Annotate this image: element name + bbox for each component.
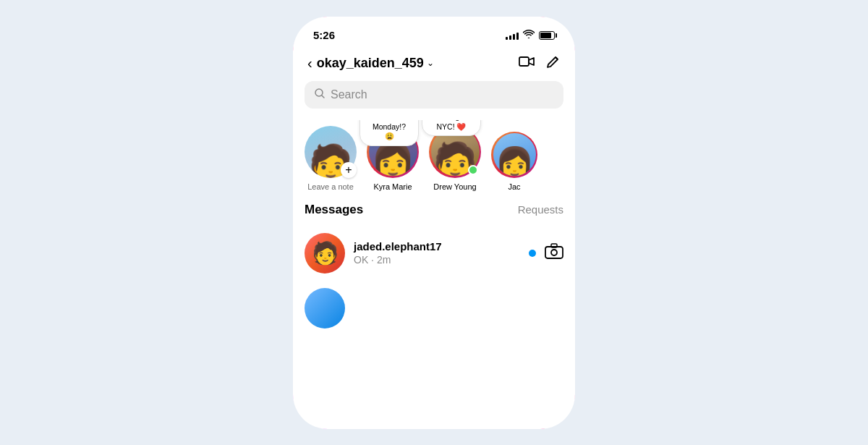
signal-bar-4 [516, 33, 519, 40]
message-info-1: jaded.elephant17 OK · 2m [354, 240, 520, 266]
signal-bar-3 [513, 34, 515, 40]
svg-rect-4 [551, 244, 557, 247]
camera-button[interactable] [545, 243, 563, 263]
header-right [519, 54, 561, 72]
signal-bar-2 [509, 35, 511, 40]
signal-icon [506, 31, 519, 40]
story-label-self: Leave a note [307, 182, 354, 191]
compose-icon[interactable] [546, 54, 561, 72]
story-label-drew: Drew Young [433, 182, 476, 191]
requests-button[interactable]: Requests [518, 203, 563, 216]
username-row[interactable]: okay_kaiden_459 ⌄ [317, 56, 434, 71]
story-label-kyra: Kyra Marie [373, 182, 412, 191]
signal-bar-1 [506, 37, 508, 40]
video-call-icon[interactable] [519, 55, 535, 72]
message-item-1[interactable]: 🧑 jaded.elephant17 OK · 2m [293, 226, 575, 281]
search-bar[interactable]: Search [305, 81, 563, 109]
messages-title: Messages [305, 203, 363, 217]
phone-frame: 5:26 [293, 17, 575, 429]
status-time: 5:26 [313, 29, 335, 41]
phone-screen: 5:26 [293, 17, 575, 429]
story-item-drew[interactable]: Finally landing in NYC! ❤️ 🧑 Drew Young [429, 126, 481, 191]
search-icon [315, 88, 325, 101]
story-item-jac[interactable]: 👩 Jac [491, 132, 537, 191]
chevron-down-icon: ⌄ [427, 58, 434, 68]
message-avatar-1: 🧑 [305, 233, 345, 274]
back-button[interactable]: ‹ [307, 55, 312, 72]
svg-point-3 [551, 250, 557, 255]
wifi-icon [523, 30, 535, 41]
online-indicator-drew [468, 165, 478, 175]
username-label: okay_kaiden_459 [317, 56, 424, 71]
header-left: ‹ okay_kaiden_459 ⌄ [307, 55, 434, 72]
avatar-ring-jac: 👩 [491, 132, 537, 178]
status-bar: 5:26 [293, 17, 575, 48]
messages-section-header: Messages Requests [293, 203, 575, 226]
message-item-2[interactable] [293, 281, 575, 336]
battery-icon [539, 31, 555, 40]
header: ‹ okay_kaiden_459 ⌄ [293, 48, 575, 81]
note-bubble-drew: Finally landing in NYC! ❤️ [422, 120, 481, 137]
unread-indicator [529, 250, 536, 257]
story-label-jac: Jac [508, 182, 520, 191]
note-bubble-kyra: Why is tomorrow Monday!? 😩 [359, 120, 419, 147]
message-avatar-2 [305, 288, 345, 329]
story-item-kyra[interactable]: Why is tomorrow Monday!? 😩 👩 Kyra Marie [367, 126, 419, 191]
add-note-button[interactable]: + [341, 162, 357, 178]
svg-rect-2 [545, 247, 563, 258]
battery-fill [540, 33, 551, 38]
message-username-1: jaded.elephant17 [354, 240, 520, 253]
svg-rect-0 [519, 57, 529, 66]
avatar-jac: 👩 [493, 133, 536, 176]
status-icons [506, 30, 555, 41]
search-placeholder: Search [331, 88, 367, 101]
message-actions-1 [529, 243, 563, 263]
message-preview-1: OK · 2m [354, 254, 520, 266]
story-item-self[interactable]: 🧑 + Leave a note [305, 120, 357, 191]
